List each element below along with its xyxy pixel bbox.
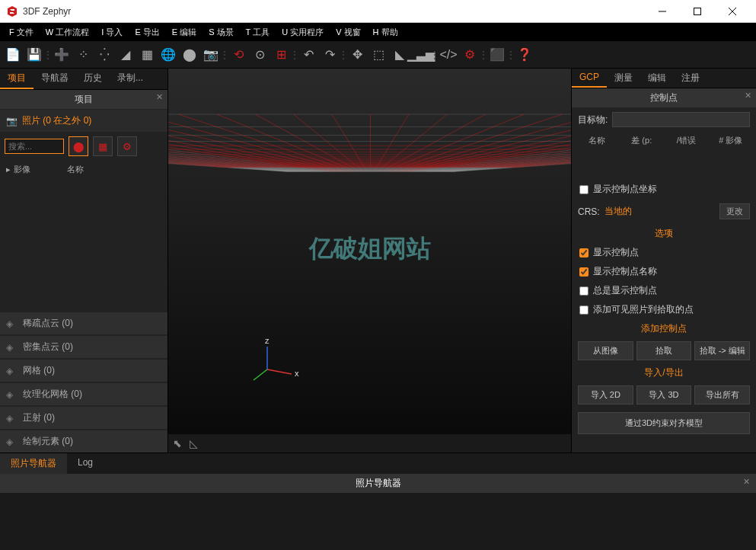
- triangle-tool-icon[interactable]: ◺: [190, 437, 198, 449]
- menu-工作流程[interactable]: W 工作流程: [40, 24, 95, 40]
- sphere-icon[interactable]: ⬤: [180, 45, 199, 65]
- close-icon[interactable]: ✕: [743, 477, 750, 487]
- tab-历史[interactable]: 历史: [76, 69, 110, 89]
- show-coords-checkbox[interactable]: [579, 185, 589, 194]
- bottom-tab-照片导航器[interactable]: 照片导航器: [0, 453, 67, 474]
- titlebar: 3DF Zephyr: [0, 0, 756, 23]
- io-title: 导入/导出: [572, 363, 756, 382]
- camera-icon[interactable]: 📷: [201, 45, 221, 65]
- layer-item[interactable]: ◈网格 (0): [0, 360, 167, 382]
- layer-item[interactable]: ◈稀疏点云 (0): [0, 312, 167, 334]
- menu-场景[interactable]: S 场景: [203, 24, 239, 40]
- toolbar: 📄 💾 ⋮ ➕ ⁘ ⁛ ◢ ▦ 🌐 ⬤ 📷 ⋮ ⟲ ⊙ ⊞ ⋮ ↶ ↷ ⋮ ✥ …: [0, 41, 756, 69]
- left-tabs: 项目导航器历史录制...: [0, 69, 167, 90]
- layer-item[interactable]: ◈正射 (0): [0, 407, 167, 429]
- target-icon[interactable]: ⊙: [250, 45, 270, 65]
- app-title: 3DF Zephyr: [23, 6, 645, 17]
- layer-item[interactable]: ◈密集点云 (0): [0, 336, 167, 358]
- layer-list: ◈稀疏点云 (0)◈密集点云 (0)◈网格 (0)◈纹理化网格 (0)◈正射 (…: [0, 311, 167, 452]
- layer-item[interactable]: ◈纹理化网格 (0): [0, 383, 167, 405]
- bottom-panel-header: 照片导航器 ✕: [0, 474, 756, 493]
- redo-icon[interactable]: ↷: [320, 45, 340, 65]
- crop-icon[interactable]: ⬚: [368, 45, 388, 65]
- option-checkbox[interactable]: [579, 267, 589, 277]
- tab-测量[interactable]: 测量: [607, 69, 640, 88]
- minimize-button[interactable]: [645, 0, 680, 23]
- new-icon[interactable]: 📄: [3, 45, 23, 65]
- add-btn-从图像[interactable]: 从图像: [578, 341, 633, 360]
- tab-注册[interactable]: 注册: [674, 69, 707, 88]
- bottom-tabs: 照片导航器Log: [0, 452, 756, 474]
- io-btn-导入 2D[interactable]: 导入 2D: [578, 385, 633, 405]
- layer-icon: ◈: [6, 366, 23, 376]
- add-gcp-title: 添加控制点: [572, 319, 756, 338]
- chart-icon[interactable]: ▁▃▅: [411, 45, 431, 65]
- menu-视窗[interactable]: V 视窗: [330, 24, 366, 40]
- target-input[interactable]: [612, 112, 750, 127]
- tab-导航器[interactable]: 导航器: [33, 69, 76, 89]
- tab-项目[interactable]: 项目: [0, 69, 33, 89]
- crs-label: CRS:: [578, 206, 600, 217]
- globe-icon[interactable]: 🌐: [158, 45, 178, 65]
- menu-导出[interactable]: E 导出: [129, 24, 165, 40]
- record-icon[interactable]: ⬤: [69, 136, 88, 156]
- gcp-columns: 名称差 (p:/错误# 影像: [572, 132, 756, 149]
- surface-icon[interactable]: ◢: [116, 45, 136, 65]
- menu-编辑[interactable]: E 编辑: [166, 24, 203, 40]
- bottom-panel: 照片导航器 ✕: [0, 474, 756, 550]
- cube-icon[interactable]: ⬛: [487, 45, 507, 65]
- target-label: 目标物:: [578, 114, 608, 126]
- bottom-tab-Log[interactable]: Log: [67, 453, 104, 474]
- option-checkbox[interactable]: [579, 286, 589, 296]
- align-button[interactable]: 通过3D约束对齐模型: [578, 412, 750, 434]
- camera-icon: 📷: [6, 116, 18, 126]
- left-panel-header: 项目 ✕: [0, 90, 167, 109]
- right-tabs: GCP测量编辑注册: [572, 69, 756, 88]
- crs-change-button[interactable]: 更改: [719, 203, 750, 219]
- io-btn-导出所有[interactable]: 导出所有: [694, 385, 750, 405]
- move-icon[interactable]: ✥: [347, 45, 367, 65]
- menu-实用程序[interactable]: U 实用程序: [276, 24, 330, 40]
- io-btn-导入 3D[interactable]: 导入 3D: [636, 385, 692, 405]
- cursor-icon[interactable]: ⬉: [173, 437, 182, 449]
- add-btn-拾取[interactable]: 拾取: [636, 341, 692, 360]
- menu-帮助[interactable]: H 帮助: [367, 24, 404, 40]
- menu-工具[interactable]: T 工具: [240, 24, 276, 40]
- grid-icon[interactable]: ⊞: [271, 45, 291, 65]
- search-input[interactable]: [5, 139, 64, 154]
- save-icon[interactable]: 💾: [24, 45, 44, 65]
- close-icon[interactable]: ✕: [745, 91, 751, 101]
- close-icon[interactable]: ✕: [156, 92, 163, 102]
- points-icon[interactable]: ⁛: [94, 45, 114, 65]
- photo-row[interactable]: 📷 照片 (0 在之外 0): [0, 110, 167, 132]
- option-checkbox[interactable]: [579, 248, 589, 257]
- layer-icon: ◈: [6, 436, 23, 447]
- gear-icon[interactable]: ⚙: [460, 45, 480, 65]
- code-icon[interactable]: </>: [439, 45, 458, 65]
- rotate-icon[interactable]: ⟲: [228, 45, 248, 65]
- gears-icon[interactable]: ⚙: [117, 136, 137, 156]
- add-icon[interactable]: ➕: [52, 45, 72, 65]
- particles-icon[interactable]: ⁘: [73, 45, 93, 65]
- tab-编辑[interactable]: 编辑: [640, 69, 674, 88]
- crs-value: 当地的: [604, 205, 715, 218]
- close-button[interactable]: [715, 0, 750, 23]
- options-title: 选项: [572, 224, 756, 243]
- layer-icon: ◈: [6, 413, 23, 424]
- add-btn-拾取 -> 编辑[interactable]: 拾取 -> 编辑: [694, 341, 750, 360]
- mesh-icon[interactable]: ▦: [137, 45, 157, 65]
- layer-item[interactable]: ◈绘制元素 (0): [0, 430, 167, 452]
- calendar-icon[interactable]: ▦: [93, 136, 113, 156]
- layer-icon: ◈: [6, 342, 23, 353]
- tab-录制...[interactable]: 录制...: [110, 69, 151, 89]
- help-icon[interactable]: ❓: [515, 45, 534, 65]
- menu-文件[interactable]: F 文件: [3, 24, 40, 40]
- viewport[interactable]: 亿破姐网站 ⬉ ◺: [167, 69, 572, 452]
- menu-导入[interactable]: I 导入: [95, 24, 129, 40]
- tab-GCP[interactable]: GCP: [572, 69, 607, 88]
- right-panel: GCP测量编辑注册 控制点 ✕ 目标物: 名称差 (p:/错误# 影像 显示控制…: [572, 69, 756, 452]
- undo-icon[interactable]: ↶: [298, 45, 318, 65]
- layer-icon: ◈: [6, 389, 23, 400]
- option-checkbox[interactable]: [579, 305, 589, 315]
- maximize-button[interactable]: [680, 0, 715, 23]
